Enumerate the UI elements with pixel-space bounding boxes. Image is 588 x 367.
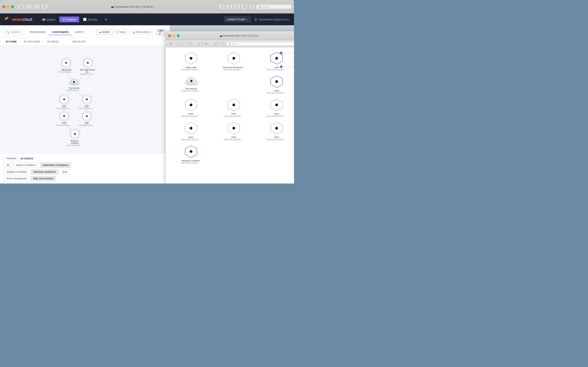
grid-node-calico[interactable]: calico-node kube-dal10-pa1a57d4f14... — [170, 51, 211, 71]
tools-button[interactable]: 🔧 — [249, 4, 255, 9]
sw-tools[interactable]: 🔧 — [220, 42, 225, 46]
svg-point-43 — [190, 103, 192, 106]
grid-node-ibm[interactable]: ibm-kube-fluentd-col... kube-dal10-pa1a5… — [213, 51, 254, 71]
grid-node-pod-g4[interactable]: POD kube-dal10-pa1a57d4f14... — [170, 121, 211, 141]
graph-area: calico-node kube-dal10-pa1a57d4f14... ib… — [0, 46, 170, 153]
calico-node-shape — [61, 58, 71, 68]
settings-icon: ⚙ — [105, 18, 107, 21]
sw-zoom-out[interactable]: − — [174, 42, 180, 46]
sub-tab-weavenet[interactable]: WEAVE NET — [70, 40, 88, 44]
deploy-icon: 🚛 — [42, 18, 45, 21]
grid-node-web[interactable]: web kube-dal10-pa1a57d4f14... — [256, 51, 294, 71]
sub-tab-byimage[interactable]: BY IMAGE — [45, 40, 61, 44]
svg-point-18 — [73, 81, 75, 83]
back-button[interactable]: ◂ — [226, 4, 233, 9]
sub-tab-bydns[interactable]: BY DNS NAME — [22, 40, 42, 44]
filter-all[interactable]: All — [4, 163, 12, 168]
node-ibm-kube[interactable]: ibm-kube-fluentd-col... kube-dal10-pa1a5… — [80, 58, 96, 75]
view-tab-resources[interactable]: 📊 RESOURCES — [130, 30, 153, 35]
explore-icon: ◎ — [63, 18, 65, 21]
pod1-shape — [59, 94, 69, 104]
sw-edit[interactable]: ✏ — [197, 42, 202, 46]
grid-node-pod-g5[interactable]: POD kube-dal10-pa1a57d4f14... — [213, 121, 254, 141]
sw-action[interactable]: ⬆ — [213, 42, 219, 46]
sidebar-toggle-button[interactable]: ⊞ — [18, 4, 24, 9]
mac-toolbar-right: ✏ ◂ ▸ ⬆ 🔧 🔍 Search — [219, 4, 292, 9]
grid-node-fibonacci-2[interactable]: fibonacci-container kube-dal10-pa1a57d4f… — [170, 145, 211, 164]
networks-button[interactable]: Networks — [4, 156, 19, 161]
minimize-button[interactable] — [7, 5, 9, 8]
edit-button[interactable]: ✏ — [219, 4, 225, 9]
tab-containers[interactable]: CONTAINERS — [49, 29, 72, 35]
show-uncontained[interactable]: Show Uncontained — [4, 176, 29, 181]
svg-point-55 — [190, 150, 192, 153]
view-tab-table[interactable]: ☰ TABLE — [113, 30, 129, 35]
cluster-selector[interactable]: Untitled Cluster ▾ — [224, 17, 251, 22]
close-button[interactable] — [2, 5, 5, 8]
node-fibonacci[interactable]: fibonacci-container kube-dal10-pa1a57d4f… — [67, 129, 83, 146]
nav-logo: weavecloud — [5, 17, 32, 22]
zoom-in-button[interactable]: + — [33, 4, 40, 9]
node-calico[interactable]: calico-node kube-dal10-pa1a57d4f14... — [58, 58, 74, 73]
tab-processes[interactable]: PROCESSES — [26, 29, 49, 35]
fullscreen-button[interactable] — [11, 5, 14, 8]
view-tab-graph[interactable]: ◈ GRAPH — [97, 30, 113, 35]
forward-button[interactable]: ▸ — [234, 4, 240, 9]
chevron-down-icon: ▾ — [247, 18, 248, 21]
sw-sidebar-toggle[interactable]: ⊞ — [168, 42, 173, 46]
node-pod1[interactable]: POD kube-dal10-pa1a57d4f14... — [56, 94, 72, 109]
graph-icon: ◈ — [99, 31, 101, 33]
pod2-shape — [82, 94, 92, 104]
share-button[interactable]: ⬆ — [41, 4, 48, 9]
second-fullscreen[interactable] — [177, 34, 180, 37]
fibonacci-label: fibonacci-container — [67, 140, 83, 144]
mac-search-bar[interactable]: 🔍 Search — [256, 5, 292, 9]
search-input[interactable]: 🔍 SEARCH — [4, 30, 23, 35]
grid-node-pod-g1[interactable]: POD kube-dal10-pa1a57d4f14... — [170, 98, 211, 117]
left-panel: 🔍 SEARCH PROCESSES CONTAINERS HOSTS — [0, 25, 170, 184]
zoom-out-button[interactable]: − — [26, 4, 32, 9]
pod1-sublabel: kube-dal10-pa1a57d4f14... — [56, 108, 72, 109]
sub-toolbar: BY NAME BY DNS NAME BY IMAGE WEAVE NET — [0, 38, 170, 46]
node-pod4[interactable]: POD kube-dal10-pa1a57d4f14... — [79, 111, 95, 126]
metric-tab-cpu[interactable]: CPU 📌 — [156, 28, 166, 36]
calico-label: calico-node — [61, 69, 71, 71]
sub-tab-byname[interactable]: BY NAME — [4, 40, 19, 44]
filter-system[interactable]: System Containers — [13, 163, 38, 168]
sw-zoom-in[interactable]: + — [181, 42, 187, 46]
ibm-kube-shape — [83, 58, 93, 68]
hide-uncontained[interactable]: Hide Uncontained — [31, 176, 56, 181]
networks-row: Networks 36 NODES — [4, 156, 166, 161]
grid-node-internet[interactable]: The Internet Outbound connections — [170, 75, 211, 94]
node-internet[interactable]: The Internet Outbound connections — [66, 76, 82, 91]
user-icon: 👤 — [254, 18, 257, 21]
grid-node-pod-g2[interactable]: POD kube-dal10-pa1a57d4f14... — [213, 98, 254, 117]
state-stopped[interactable]: Stopped containers — [4, 169, 29, 175]
grid-node-pod-g3[interactable]: POD kube-dal10-pa1a57d4f14... — [256, 98, 294, 117]
sw-search-input[interactable]: 🔍 Search — [226, 42, 294, 46]
svg-point-26 — [86, 115, 88, 117]
action-button[interactable]: ⬆ — [241, 4, 247, 9]
tab-hosts[interactable]: HOSTS — [72, 29, 87, 35]
sw-share[interactable]: ⬆ — [188, 42, 193, 46]
nav-link-monitor[interactable]: 📈 Monitor — [80, 17, 101, 22]
grid-node-redis[interactable]: redis kube-dal10-pa1a57d4f14... — [256, 75, 294, 94]
node-pod2[interactable]: POD kube-dal10-pa1a57d4f14... — [79, 94, 95, 109]
sw-back[interactable]: ◂▸ — [203, 42, 209, 46]
svg-point-39 — [190, 80, 193, 82]
svg-point-41 — [275, 80, 278, 83]
state-running[interactable]: Running containers — [31, 169, 58, 175]
nav-link-deploy[interactable]: 🚛 Deploy — [39, 17, 59, 22]
second-close[interactable] — [168, 34, 171, 37]
traffic-lights — [2, 5, 14, 8]
grid-node-pod-g6[interactable]: POD kube-dal10-pa1a57d4f14... — [256, 121, 294, 141]
second-window: 📷 Screenshot 2017-05-17 10.10.54 ▾ ⊞ − +… — [166, 31, 294, 184]
mac-titlebar: ⊞ − + ⬆ 📷 Screenshot 2017-05-17 10.08.56… — [0, 0, 294, 13]
second-minimize[interactable] — [172, 34, 175, 37]
nav-link-explore[interactable]: ◎ Explore — [59, 17, 79, 22]
state-both[interactable]: Both — [60, 169, 70, 175]
filter-application[interactable]: Application Containers — [40, 163, 71, 168]
nav-link-settings[interactable]: ⚙ — [101, 17, 110, 22]
node-pod3[interactable]: POD kube-dal10-pa1a57d4f14... — [56, 111, 72, 126]
user-info: 👤 twanawebtech@gmail.com — [254, 18, 289, 21]
